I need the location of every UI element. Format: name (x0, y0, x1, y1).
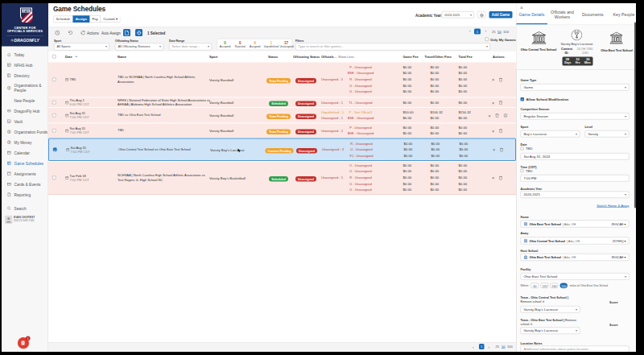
svg-text:NFHS: NFHS (22, 10, 31, 13)
svg-text:$: $ (8, 141, 10, 144)
svg-text:$: $ (8, 130, 10, 134)
